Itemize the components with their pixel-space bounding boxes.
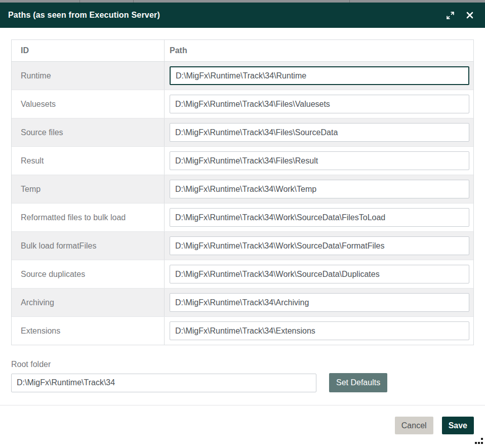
row-id-label: Archiving	[12, 289, 165, 316]
modal-body: ID Path RuntimeValuesetsSource filesResu…	[0, 39, 485, 392]
row-id-label: Source duplicates	[12, 260, 165, 288]
row-id-label: Temp	[12, 175, 165, 203]
path-input-bulk-load-formatfiles[interactable]	[170, 236, 469, 255]
table-row: Extensions	[12, 317, 473, 345]
table-row: Valuesets	[12, 90, 473, 118]
row-path-cell	[165, 90, 473, 118]
path-input-source-duplicates[interactable]	[170, 265, 469, 283]
row-path-cell	[165, 317, 473, 345]
row-id-label: Result	[12, 147, 165, 175]
row-path-cell	[165, 175, 473, 203]
path-input-source-files[interactable]	[170, 123, 469, 142]
path-input-archiving[interactable]	[170, 293, 469, 312]
row-id-label: Reformatted files to bulk load	[12, 203, 165, 231]
column-header-id: ID	[12, 40, 165, 61]
save-button[interactable]: Save	[442, 417, 474, 434]
modal-title: Paths (as seen from Execution Server)	[8, 11, 160, 20]
table-row: Archiving	[12, 289, 473, 317]
paths-table-body: RuntimeValuesetsSource filesResultTempRe…	[12, 62, 473, 345]
row-path-cell	[165, 147, 473, 175]
table-row: Temp	[12, 175, 473, 203]
cancel-button[interactable]: Cancel	[395, 417, 433, 434]
row-id-label: Source files	[12, 118, 165, 146]
paths-table: ID Path RuntimeValuesetsSource filesResu…	[11, 39, 474, 345]
row-path-cell	[165, 62, 473, 90]
expand-button[interactable]	[446, 11, 455, 20]
row-id-label: Extensions	[12, 317, 165, 345]
column-header-path: Path	[165, 40, 473, 61]
background-column-divider	[79, 0, 80, 3]
row-path-cell	[165, 118, 473, 146]
row-path-cell	[165, 289, 473, 316]
row-id-label: Valuesets	[12, 90, 165, 118]
close-icon	[466, 11, 474, 19]
table-row: Bulk load formatFiles	[12, 232, 473, 260]
row-path-cell	[165, 260, 473, 288]
path-input-reformatted-files-to-bulk-load[interactable]	[170, 208, 469, 227]
expand-icon	[446, 11, 455, 20]
path-input-temp[interactable]	[170, 180, 469, 198]
modal-header: Paths (as seen from Execution Server)	[0, 3, 485, 28]
modal-footer: Cancel Save	[0, 405, 485, 434]
row-id-label: Runtime	[12, 62, 165, 90]
path-input-extensions[interactable]	[170, 321, 469, 340]
background-page-edge	[0, 0, 485, 3]
row-path-cell	[165, 232, 473, 260]
root-folder-input[interactable]	[11, 374, 316, 392]
path-input-valuesets[interactable]	[170, 95, 469, 113]
path-input-runtime[interactable]	[170, 66, 469, 85]
table-row: Result	[12, 147, 473, 175]
background-column-divider	[133, 0, 134, 3]
close-button[interactable]	[466, 11, 474, 19]
row-id-label: Bulk load formatFiles	[12, 232, 165, 260]
row-path-cell	[165, 203, 473, 231]
background-column-divider	[349, 0, 350, 3]
set-defaults-button[interactable]: Set Defaults	[329, 373, 387, 392]
table-row: Source files	[12, 118, 473, 147]
resize-grip[interactable]	[474, 438, 483, 444]
table-row: Runtime	[12, 62, 473, 90]
root-folder-label: Root folder	[11, 360, 474, 369]
root-folder-row: Set Defaults	[11, 373, 474, 392]
paths-dialog: Paths (as seen from Execution Server)	[0, 0, 485, 448]
paths-table-header: ID Path	[12, 40, 473, 62]
table-row: Reformatted files to bulk load	[12, 203, 473, 232]
header-actions	[446, 11, 474, 20]
root-folder-section: Root folder Set Defaults	[11, 360, 474, 392]
table-row: Source duplicates	[12, 260, 473, 289]
path-input-result[interactable]	[170, 151, 469, 170]
